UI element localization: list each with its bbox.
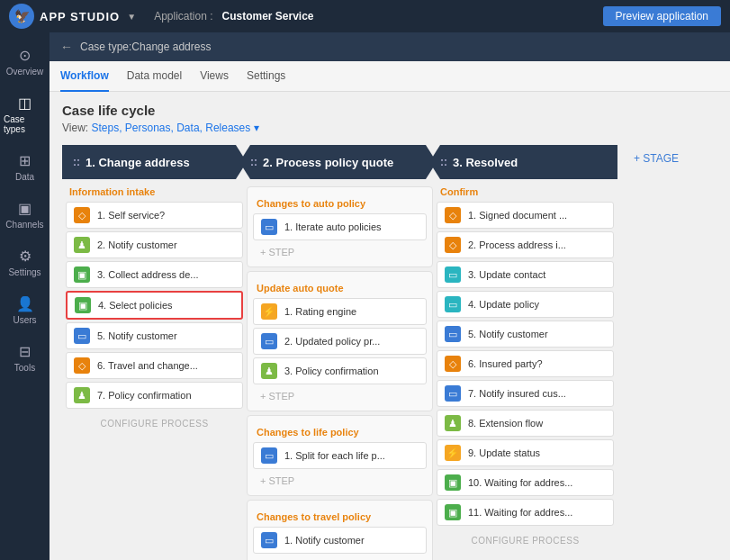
step-text-waiting-1: 10. Waiting for addres...: [468, 477, 572, 488]
app-studio-label: APP STUDIO: [40, 10, 120, 23]
sidebar-item-channels[interactable]: ▣ Channels: [0, 193, 50, 237]
stage-1-icon: ::: [73, 156, 80, 168]
sidebar-item-data[interactable]: ⊞ Data: [0, 145, 50, 189]
section-auto-policy: Changes to auto policy ▭ 1. Iterate auto…: [247, 186, 433, 267]
step-1-6[interactable]: ◇ 6. Travel and change...: [66, 352, 243, 379]
step-1-4[interactable]: ▣ 4. Select policies: [66, 291, 243, 320]
step-1-2[interactable]: ♟ 2. Notify customer: [66, 231, 243, 258]
step-3-3[interactable]: ▭ 3. Update contact: [437, 261, 614, 288]
tab-settings[interactable]: Settings: [247, 61, 285, 92]
step-3-4[interactable]: ▭ 4. Update policy: [437, 291, 614, 318]
step-text-iterate: 1. Iterate auto policies: [284, 221, 382, 232]
view-label: View:: [62, 122, 88, 134]
step-icon-update-contact: ▭: [445, 266, 461, 283]
breadcrumb-bar: ← Case type:Change address: [50, 32, 730, 61]
case-types-icon: ◫: [18, 95, 32, 112]
main-area: ← Case type:Change address Workflow Data…: [50, 32, 730, 560]
logo-icon: 🦅: [9, 4, 34, 29]
step-text-updated-policy: 2. Updated policy pr...: [284, 336, 380, 347]
sidebar-label-channels: Channels: [5, 220, 43, 230]
step-2-5[interactable]: ▭ 1. Split for each life p...: [253, 442, 427, 469]
sidebar-label-settings: Settings: [8, 267, 41, 277]
dropdown-arrow-icon[interactable]: ▼: [127, 12, 136, 22]
step-3-11[interactable]: ▣ 11. Waiting for addres...: [437, 499, 614, 526]
overview-icon: ⊙: [19, 47, 31, 64]
add-step-travel[interactable]: + STEP: [253, 556, 427, 560]
step-1-7[interactable]: ♟ 7. Policy confirmation: [66, 382, 243, 409]
sidebar-item-case-types[interactable]: ◫ Case types: [0, 87, 50, 141]
step-3-10[interactable]: ▣ 10. Waiting for addres...: [437, 469, 614, 496]
add-step-auto[interactable]: + STEP: [253, 243, 427, 261]
step-2-6[interactable]: ▭ 1. Notify customer: [253, 527, 427, 554]
step-3-6[interactable]: ◇ 6. Insured party?: [437, 350, 614, 377]
stage-3-number: 3.: [453, 156, 463, 169]
sidebar-item-tools[interactable]: ⊟ Tools: [0, 336, 50, 380]
step-icon-notify-3: ▭: [445, 326, 461, 342]
configure-process-3[interactable]: CONFIGURE PROCESS: [437, 528, 614, 553]
sidebar-item-users[interactable]: 👤 Users: [0, 288, 50, 332]
tab-views[interactable]: Views: [200, 61, 229, 92]
stage-2-icon: ::: [250, 156, 257, 168]
step-icon-travel: ◇: [74, 357, 90, 374]
sidebar-item-settings[interactable]: ⚙ Settings: [0, 240, 50, 285]
step-text-self-service: 1. Self service?: [97, 210, 165, 221]
step-text-process-addr: 2. Process address i...: [468, 239, 566, 250]
step-2-3[interactable]: ▭ 2. Updated policy pr...: [253, 328, 427, 355]
step-icon-rating: ⚡: [261, 303, 277, 320]
step-icon-policy-conf-1: ♟: [74, 387, 90, 403]
app-logo: 🦅 APP STUDIO ▼: [9, 4, 136, 29]
view-bar: View: Steps, Personas, Data, Releases ▾: [62, 122, 717, 134]
step-1-1[interactable]: ◇ 1. Self service?: [66, 202, 243, 229]
step-3-2[interactable]: ◇ 2. Process address i...: [437, 231, 614, 258]
back-button[interactable]: ←: [60, 40, 73, 54]
section-label-info-intake: Information intake: [69, 186, 243, 197]
step-text-notify-1: 2. Notify customer: [97, 239, 177, 250]
stage-1-title: Change address: [98, 156, 189, 169]
step-3-8[interactable]: ♟ 8. Extension flow: [437, 410, 614, 437]
step-text-select-policies: 4. Select policies: [98, 300, 173, 311]
preview-button[interactable]: Preview application: [603, 6, 721, 26]
step-text-travel: 6. Travel and change...: [97, 360, 198, 371]
section-label-auto: Changes to auto policy: [257, 198, 427, 209]
section-auto-quote: Update auto quote ⚡ 1. Rating engine ▭ 2…: [247, 271, 433, 411]
sidebar-label-tools: Tools: [14, 363, 35, 373]
add-step-life[interactable]: + STEP: [253, 472, 427, 490]
add-step-auto-quote[interactable]: + STEP: [253, 387, 427, 405]
view-links[interactable]: Steps, Personas, Data, Releases ▾: [91, 122, 258, 134]
stage-2-body: Changes to auto policy ▭ 1. Iterate auto…: [243, 186, 437, 560]
step-text-policy-conf-2: 3. Policy confirmation: [284, 366, 379, 376]
step-text-update-policy: 4. Update policy: [468, 299, 539, 310]
section-label-life: Changes to life policy: [257, 427, 427, 438]
step-icon-collect-address: ▣: [74, 266, 90, 283]
step-icon-select-policies: ▣: [75, 297, 91, 313]
step-icon-process-addr: ◇: [445, 237, 461, 253]
step-2-1[interactable]: ▭ 1. Iterate auto policies: [253, 213, 427, 240]
step-2-2[interactable]: ⚡ 1. Rating engine: [253, 298, 427, 325]
section-life-policy: Changes to life policy ▭ 1. Split for ea…: [247, 415, 433, 496]
step-1-3[interactable]: ▣ 3. Collect address de...: [66, 261, 243, 288]
step-icon-policy-conf-2: ♟: [261, 363, 277, 379]
configure-process-1[interactable]: CONFIGURE PROCESS: [66, 411, 243, 436]
step-1-5[interactable]: ▭ 5. Notify customer: [66, 322, 243, 349]
tools-icon: ⊟: [19, 343, 31, 360]
stage-3-title: Resolved: [465, 156, 518, 169]
step-icon-signed: ◇: [445, 207, 461, 223]
tab-data-model[interactable]: Data model: [127, 61, 182, 92]
step-icon-notify-2: ▭: [74, 328, 90, 344]
step-3-5[interactable]: ▭ 5. Notify customer: [437, 321, 614, 348]
tab-workflow[interactable]: Workflow: [60, 61, 109, 92]
step-3-1[interactable]: ◇ 1. Signed document ...: [437, 202, 614, 229]
step-icon-notify-1: ♟: [74, 237, 90, 253]
section-label-travel: Changes to travel policy: [257, 511, 427, 522]
step-text-update-status: 9. Update status: [468, 447, 540, 458]
sidebar-item-overview[interactable]: ⊙ Overview: [0, 40, 50, 84]
add-stage-button[interactable]: + STAGE: [625, 152, 688, 165]
step-text-waiting-2: 11. Waiting for addres...: [468, 507, 572, 518]
stage-3: :: 3. Resolved Confirm ◇ 1. Signed docum…: [433, 145, 617, 553]
application-label: Application :: [154, 10, 212, 23]
step-3-9[interactable]: ⚡ 9. Update status: [437, 439, 614, 466]
step-text-update-contact: 3. Update contact: [468, 269, 545, 280]
step-icon-notify-travel: ▭: [261, 532, 277, 548]
step-2-4[interactable]: ♟ 3. Policy confirmation: [253, 357, 427, 384]
step-3-7[interactable]: ▭ 7. Notify insured cus...: [437, 380, 614, 407]
